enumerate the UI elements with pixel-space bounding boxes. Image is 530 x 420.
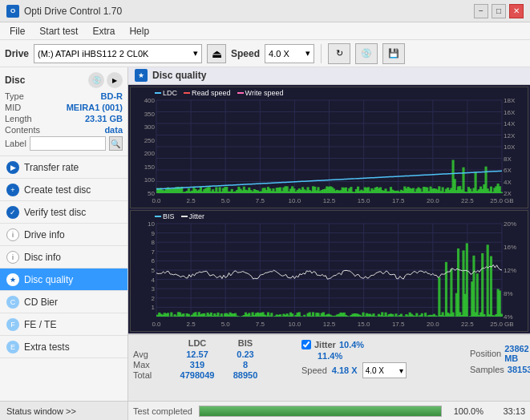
nav-disc-info[interactable]: i Disc info: [0, 246, 127, 269]
length-label: Length: [5, 114, 32, 123]
stats-bar: LDC BIS Avg 12.57 0.23 Max 319 8 Total: [128, 333, 530, 402]
position-row: Position 23862 MB: [470, 344, 530, 363]
nav-label-transfer: Transfer rate: [24, 162, 79, 173]
bottom-chart: BIS Jitter: [130, 210, 528, 332]
top-chart-legend: LDC Read speed Write speed: [155, 89, 283, 97]
disc-icon-2: ▶: [107, 72, 123, 88]
window-controls: − □ ✕: [474, 4, 524, 18]
stats-max-ldc: 319: [173, 360, 221, 370]
position-value: 23862 MB: [504, 344, 530, 363]
disc-type-row: Type BD-R: [5, 91, 123, 101]
jitter-row: Jitter 10.4%: [301, 340, 462, 349]
type-value: BD-R: [101, 91, 123, 101]
status-text: Test completed: [133, 406, 192, 416]
app-title: Opti Drive Control 1.70: [24, 6, 122, 17]
progress-area: Test completed 100.0% 33:13: [128, 401, 530, 420]
drive-label: Drive: [5, 48, 29, 59]
nav-extra-tests[interactable]: E Extra tests: [0, 336, 127, 358]
nav-icon-disc-quality: ★: [6, 273, 19, 286]
nav-icon-cd-bier: C: [6, 296, 19, 309]
disc-icon-1: 💿: [88, 72, 104, 88]
speed-selector[interactable]: 4.0 X ▾: [265, 44, 314, 63]
nav-icon-verify: ✓: [6, 206, 19, 219]
minimize-button[interactable]: −: [474, 4, 488, 18]
toolbar-refresh-button[interactable]: ↻: [328, 43, 350, 64]
disc-label-row: Label 🔍: [5, 136, 123, 151]
contents-label: Contents: [5, 125, 40, 135]
jitter-avg-val: 10.4%: [339, 340, 364, 349]
mid-value: MEIRA1 (001): [67, 103, 123, 112]
nav-fe-te[interactable]: F FE / TE: [0, 313, 127, 336]
nav-icon-disc-info: i: [6, 251, 19, 264]
top-chart-canvas: [131, 87, 528, 208]
stats-total-label: Total: [133, 370, 173, 380]
nav-label-disc-quality: Disc quality: [24, 274, 73, 285]
position-samples: Position 23862 MB Samples 381537: [470, 338, 530, 381]
nav-label-disc-info: Disc info: [24, 252, 61, 263]
position-label: Position: [470, 349, 501, 358]
legend-bis: BIS: [155, 212, 175, 220]
nav-verify-test-disc[interactable]: ✓ Verify test disc: [0, 201, 127, 224]
samples-row: Samples 381537: [470, 365, 530, 374]
speed-value: 4.0 X: [269, 49, 289, 59]
jitter-checkbox[interactable]: [301, 340, 311, 349]
disc-quality-title: Disc quality: [152, 70, 206, 81]
stats-max-bis: 8: [221, 360, 269, 370]
nav-label-verify: Verify test disc: [24, 207, 86, 218]
drive-selector[interactable]: (M:) ATAPI iHBS112 2 CL0K ▾: [34, 44, 202, 63]
stats-col-bis: BIS: [221, 338, 269, 348]
toolbar-save-button[interactable]: 💾: [382, 43, 405, 64]
eject-button[interactable]: ⏏: [207, 44, 226, 63]
speed-stat-selector[interactable]: 4.0 X ▾: [362, 362, 407, 378]
length-value: 23.31 GB: [85, 114, 123, 123]
jitter-label: Jitter: [314, 340, 336, 349]
legend-read-speed: Read speed: [184, 89, 231, 97]
drive-value: (M:) ATAPI iHBS112 2 CL0K: [38, 49, 148, 59]
progress-percent: 100.0%: [448, 406, 483, 416]
nav-icon-fe-te: F: [6, 318, 19, 331]
nav-disc-quality[interactable]: ★ Disc quality: [0, 269, 127, 291]
nav-label-fe-te: FE / TE: [24, 319, 56, 330]
menu-help[interactable]: Help: [123, 24, 156, 38]
maximize-button[interactable]: □: [492, 4, 506, 18]
speed-row: Speed 4.18 X 4.0 X ▾: [301, 362, 462, 378]
nav-icon-drive: i: [6, 228, 19, 241]
bottom-chart-canvas: [131, 211, 528, 331]
toolbar-disc-button[interactable]: 💿: [355, 43, 378, 64]
legend-ldc: LDC: [155, 89, 177, 97]
titlebar: O Opti Drive Control 1.70 − □ ✕: [0, 0, 530, 22]
drive-dropdown-arrow: ▾: [193, 48, 198, 59]
status-window-button[interactable]: Status window >>: [0, 401, 127, 420]
samples-label: Samples: [470, 365, 504, 374]
nav-cd-bier[interactable]: C CD Bier: [0, 291, 127, 313]
nav-drive-info[interactable]: i Drive info: [0, 224, 127, 246]
contents-value: data: [104, 125, 123, 135]
disc-contents-row: Contents data: [5, 125, 123, 135]
disc-title: Disc: [5, 75, 25, 86]
progress-bar-container: [199, 406, 442, 417]
jitter-max-row: 11.4%: [301, 351, 462, 361]
stats-col-ldc: LDC: [173, 338, 221, 348]
stats-col-empty: [133, 338, 173, 348]
menu-extra[interactable]: Extra: [86, 24, 121, 38]
speed-label: Speed: [231, 48, 260, 59]
toolbar: Drive (M:) ATAPI iHBS112 2 CL0K ▾ ⏏ Spee…: [0, 40, 530, 67]
nav-label-cd-bier: CD Bier: [24, 297, 58, 308]
close-button[interactable]: ✕: [509, 4, 524, 18]
app-icon: O: [6, 5, 19, 18]
speed-stat-arrow: ▾: [399, 366, 403, 375]
nav-transfer-rate[interactable]: ▶ Transfer rate: [0, 156, 127, 179]
menu-file[interactable]: File: [3, 24, 31, 38]
label-input[interactable]: [30, 136, 106, 151]
label-button[interactable]: 🔍: [109, 136, 123, 151]
main-layout: Disc 💿 ▶ Type BD-R MID MEIRA1 (001) Leng…: [0, 67, 530, 420]
legend-jitter: Jitter: [181, 212, 205, 220]
nav-create-test-disc[interactable]: + Create test disc: [0, 179, 127, 201]
stats-avg-ldc: 12.57: [173, 349, 221, 359]
jitter-max-val: 11.4%: [318, 351, 342, 361]
stats-avg-label: Avg: [133, 349, 173, 359]
menu-start-test[interactable]: Start test: [33, 24, 84, 38]
speed-stat-value: 4.18 X: [332, 365, 358, 375]
nav-list: ▶ Transfer rate + Create test disc ✓ Ver…: [0, 156, 127, 358]
nav-icon-extra: E: [6, 341, 19, 353]
